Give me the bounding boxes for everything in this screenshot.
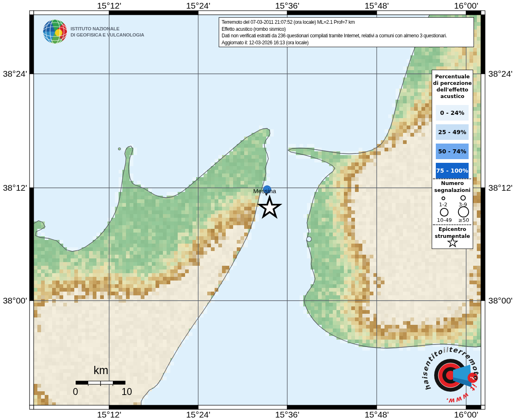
count-circle-50plus xyxy=(458,206,469,217)
graticule-gridlines xyxy=(34,15,481,405)
legend-class-label: 75 - 100% xyxy=(436,167,468,174)
scale-end-label: 10 xyxy=(121,386,132,397)
lat-tick-label: 38°00' xyxy=(0,296,27,306)
count-circle-3-9 xyxy=(460,195,466,201)
lon-tick-label: 15°48' xyxy=(364,1,389,11)
ingv-logo[interactable] xyxy=(43,19,67,44)
lon-tick-label: 15°12' xyxy=(97,1,121,11)
lon-tick-label: 16°00' xyxy=(454,410,478,420)
legend-class-swatch: 50 - 74% xyxy=(436,144,469,159)
effect-type-line: Effetto acustico (rombo sismico) xyxy=(222,26,471,33)
lat-tick-label: 38°24' xyxy=(488,69,515,79)
epicenter-title-line: Epicentro xyxy=(432,226,473,233)
lon-tick-label: 15°24' xyxy=(186,1,210,11)
scale-start-label: 0 xyxy=(73,386,78,397)
legend-title-line: Percentuale xyxy=(432,73,473,80)
lon-tick-label: 15°36' xyxy=(275,410,299,420)
ingv-line1: ISTITUTO NAZIONALE xyxy=(71,26,144,32)
legend-class-label: 50 - 74% xyxy=(438,148,467,155)
updated-at-line: Aggiornato il: 12-03-2026 16:13 (ora loc… xyxy=(222,39,471,46)
legend-title-line: dell'effetto xyxy=(432,87,473,93)
legend-class-label: 0 - 24% xyxy=(440,110,465,116)
lon-tick-label: 15°12' xyxy=(97,410,121,420)
lon-tick-label: 15°24' xyxy=(186,410,210,420)
lon-tick-label: 15°48' xyxy=(364,410,389,420)
legend-epicenter-star-icon xyxy=(446,236,459,248)
count-label: ≥50 xyxy=(456,217,472,223)
counts-title-line: Numero xyxy=(432,180,473,187)
haisentitoilterremoto-logo[interactable]: ? haisentitoilterremoto.itwww. xyxy=(421,346,480,405)
legend-class-label: 25 - 49% xyxy=(438,129,467,135)
map-frame xyxy=(30,11,485,409)
legend-title-line: di percezione xyxy=(432,80,473,87)
count-label: 10-49 xyxy=(435,217,453,223)
legend-class-swatch: 75 - 100% xyxy=(436,163,469,178)
coastlines xyxy=(34,15,481,405)
scale-unit-label: km xyxy=(94,364,108,377)
lat-tick-label: 38°12' xyxy=(488,183,515,193)
count-circle-10-49 xyxy=(440,208,449,217)
coastline-sicily xyxy=(34,128,270,405)
ingv-line2: DI GEOFISICA E VULCANOLOGIA xyxy=(71,32,144,38)
macroseismic-map-page: km 0 10 Messina xyxy=(0,0,515,420)
count-circle-1-2 xyxy=(442,196,445,200)
city-marker-messina: Messina xyxy=(253,186,277,196)
legend-separator xyxy=(433,178,471,179)
lon-tick-label: 16°00' xyxy=(454,1,478,11)
event-info-box: Terremoto del 07-03-2011 21:07:52 (ora l… xyxy=(219,17,474,47)
lat-tick-label: 38°12' xyxy=(0,183,27,193)
legend-class-swatch: 25 - 49% xyxy=(436,124,469,140)
lon-tick-label: 15°36' xyxy=(275,1,299,11)
ingv-wordmark: ISTITUTO NAZIONALE DI GEOFISICA E VULCAN… xyxy=(71,26,144,38)
lat-tick-label: 38°24' xyxy=(0,69,27,79)
legend-class-swatch: 0 - 24% xyxy=(436,105,469,121)
count-label: 1-2 xyxy=(435,201,451,208)
islet xyxy=(118,148,121,150)
coastal-lagoon xyxy=(307,237,311,242)
lat-tick-label: 38°00' xyxy=(488,296,515,306)
counts-title-line: segnalazioni xyxy=(432,187,473,194)
city-label: Messina xyxy=(253,187,277,194)
epicenter-star-icon xyxy=(259,197,279,217)
legend-separator xyxy=(433,224,471,225)
event-summary-line: Terremoto del 07-03-2011 21:07:52 (ora l… xyxy=(222,19,471,26)
data-source-line: Dati non verificati estratti da 236 ques… xyxy=(222,32,471,39)
scale-bar: km 0 10 xyxy=(73,364,132,397)
legend-title-line: acustico xyxy=(432,93,473,100)
legend-panel: Percentuale di percezione dell'effetto a… xyxy=(432,70,473,249)
